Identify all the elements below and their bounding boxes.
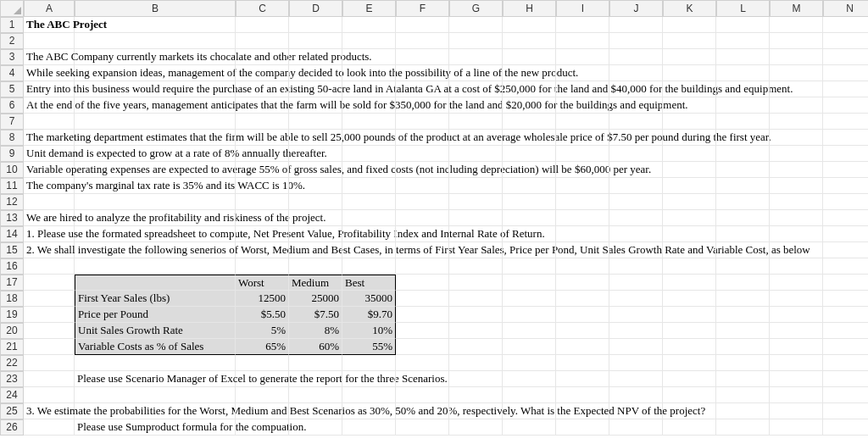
cell-K3[interactable]	[663, 49, 716, 65]
col-header-G[interactable]: G	[449, 0, 503, 17]
cell-H8[interactable]	[503, 130, 556, 146]
cell-M8[interactable]	[770, 130, 823, 146]
cell-D24[interactable]	[289, 387, 342, 403]
col-header-H[interactable]: H	[503, 0, 556, 17]
cell-G13[interactable]	[449, 210, 503, 226]
cell-C11[interactable]	[236, 178, 289, 194]
cell-F7[interactable]	[396, 114, 449, 130]
cell-I21[interactable]	[556, 339, 609, 355]
cell-L18[interactable]	[716, 291, 770, 307]
cell-J11[interactable]	[609, 178, 663, 194]
cell-N21[interactable]	[823, 339, 868, 355]
cell-J7[interactable]	[609, 114, 663, 130]
cell-I18[interactable]	[556, 291, 609, 307]
cell-A1[interactable]: The ABC Project	[24, 17, 75, 33]
cell-N25[interactable]	[823, 403, 868, 419]
cell-F2[interactable]	[396, 33, 449, 49]
cell-B26[interactable]: Please use Sumproduct formula for the co…	[75, 419, 236, 436]
cell-L10[interactable]	[716, 162, 770, 178]
row-header-7[interactable]: 7	[0, 114, 24, 130]
cell-L9[interactable]	[716, 146, 770, 162]
cell-I25[interactable]	[556, 403, 609, 419]
cell-B2[interactable]	[75, 33, 236, 49]
cell-F16[interactable]	[396, 258, 449, 275]
cell-K20[interactable]	[663, 323, 716, 339]
cell-K1[interactable]	[663, 17, 716, 33]
row-header-5[interactable]: 5	[0, 81, 24, 97]
cell-I10[interactable]	[556, 162, 609, 178]
cell-E17[interactable]: Best	[342, 275, 396, 291]
col-header-B[interactable]: B	[75, 0, 236, 17]
cell-K12[interactable]	[663, 194, 716, 210]
cell-H12[interactable]	[503, 194, 556, 210]
cell-J15[interactable]	[609, 242, 663, 258]
cell-I1[interactable]	[556, 17, 609, 33]
cell-C12[interactable]	[236, 194, 289, 210]
cell-M15[interactable]	[770, 242, 823, 258]
cell-L7[interactable]	[716, 114, 770, 130]
cell-J12[interactable]	[609, 194, 663, 210]
cell-B6[interactable]	[75, 97, 236, 114]
cell-G24[interactable]	[449, 387, 503, 403]
cell-F3[interactable]	[396, 49, 449, 65]
cell-B21[interactable]: Variable Costs as % of Sales	[75, 339, 236, 355]
cell-K19[interactable]	[663, 307, 716, 323]
row-header-25[interactable]: 25	[0, 403, 24, 419]
cell-G11[interactable]	[449, 178, 503, 194]
row-header-22[interactable]: 22	[0, 355, 24, 371]
cell-E6[interactable]	[342, 97, 396, 114]
cell-J4[interactable]	[609, 65, 663, 81]
row-header-8[interactable]: 8	[0, 130, 24, 146]
cell-J1[interactable]	[609, 17, 663, 33]
cell-D12[interactable]	[289, 194, 342, 210]
cell-G2[interactable]	[449, 33, 503, 49]
cell-G25[interactable]	[449, 403, 503, 419]
cell-D23[interactable]	[289, 371, 342, 387]
cell-B7[interactable]	[75, 114, 236, 130]
cell-K13[interactable]	[663, 210, 716, 226]
cell-N1[interactable]	[823, 17, 868, 33]
cell-I9[interactable]	[556, 146, 609, 162]
cell-B25[interactable]	[75, 403, 236, 419]
cell-G8[interactable]	[449, 130, 503, 146]
cell-E22[interactable]	[342, 355, 396, 371]
cell-M20[interactable]	[770, 323, 823, 339]
row-header-14[interactable]: 14	[0, 226, 24, 242]
cell-L20[interactable]	[716, 323, 770, 339]
row-header-20[interactable]: 20	[0, 323, 24, 339]
cell-F13[interactable]	[396, 210, 449, 226]
col-header-E[interactable]: E	[342, 0, 396, 17]
cell-L22[interactable]	[716, 355, 770, 371]
cell-E20[interactable]: 10%	[342, 323, 396, 339]
cell-H24[interactable]	[503, 387, 556, 403]
cell-H20[interactable]	[503, 323, 556, 339]
cell-J17[interactable]	[609, 275, 663, 291]
row-header-17[interactable]: 17	[0, 275, 24, 291]
cell-N8[interactable]	[823, 130, 868, 146]
cell-K22[interactable]	[663, 355, 716, 371]
cell-M5[interactable]	[770, 81, 823, 97]
cell-M7[interactable]	[770, 114, 823, 130]
row-header-23[interactable]: 23	[0, 371, 24, 387]
cell-A11[interactable]: The company's marginal tax rate is 35% a…	[24, 178, 75, 194]
cell-B14[interactable]	[75, 226, 236, 242]
cell-D19[interactable]: $7.50	[289, 307, 342, 323]
cell-G18[interactable]	[449, 291, 503, 307]
cell-H23[interactable]	[503, 371, 556, 387]
cell-J6[interactable]	[609, 97, 663, 114]
cell-H4[interactable]	[503, 65, 556, 81]
cell-G7[interactable]	[449, 114, 503, 130]
cell-A16[interactable]	[24, 258, 75, 275]
cell-L26[interactable]	[716, 419, 770, 436]
cell-H21[interactable]	[503, 339, 556, 355]
cell-C4[interactable]	[236, 65, 289, 81]
cell-N23[interactable]	[823, 371, 868, 387]
cell-M1[interactable]	[770, 17, 823, 33]
cell-B9[interactable]	[75, 146, 236, 162]
cell-A22[interactable]	[24, 355, 75, 371]
cell-M17[interactable]	[770, 275, 823, 291]
row-header-4[interactable]: 4	[0, 65, 24, 81]
cell-B11[interactable]	[75, 178, 236, 194]
cell-J23[interactable]	[609, 371, 663, 387]
cell-B18[interactable]: First Year Sales (lbs)	[75, 291, 236, 307]
